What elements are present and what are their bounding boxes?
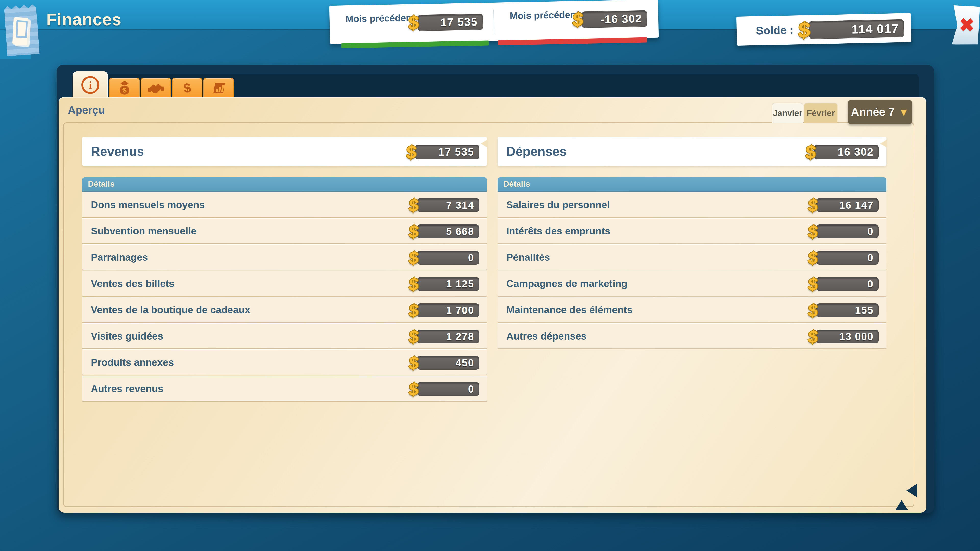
previous-month-income-pill: $ 17 535	[417, 14, 483, 31]
close-icon: ✖	[959, 14, 975, 36]
currency-icon: $	[408, 248, 419, 268]
balance-value: 114 017	[851, 20, 899, 38]
previous-month-expense-value: -16 302	[600, 11, 642, 27]
year-dropdown[interactable]: Année 7 ▼	[848, 100, 912, 124]
finances-ticket-icon	[4, 3, 40, 56]
currency-icon: $	[408, 221, 419, 241]
header-notch	[481, 140, 487, 148]
row-value-pill: $ 1 700	[417, 303, 479, 317]
table-row: Campagnes de marketing $ 0	[498, 271, 886, 296]
currency-icon: $	[408, 326, 419, 346]
month-tab-label: Février	[807, 108, 835, 118]
previous-month-income-value: 17 535	[440, 14, 478, 30]
previous-month-expense: Mois précédent $ -16 302	[494, 0, 659, 41]
row-value-pill: $ 0	[816, 224, 879, 238]
balance-pill: $ 114 017	[809, 19, 904, 39]
dollar-icon: $	[183, 80, 192, 96]
expenses-details-header: Détails	[498, 177, 886, 191]
month-tab-janvier[interactable]: Janvier	[772, 103, 803, 123]
currency-icon: $	[808, 274, 818, 294]
tab-statistics[interactable]	[204, 78, 234, 98]
currency-icon: $	[408, 11, 420, 34]
table-row: Produits annexes $ 450	[82, 349, 487, 375]
cursor-notch-up	[895, 500, 908, 510]
table-row: Dons mensuels moyens $ 7 314	[82, 192, 487, 217]
table-row: Visites guidées $ 1 278	[82, 323, 487, 348]
row-value-pill: $ 16 147	[816, 198, 879, 212]
tab-loans[interactable]: $	[172, 78, 202, 98]
currency-icon: $	[572, 8, 584, 30]
table-row: Salaires du personnel $ 16 147	[498, 192, 886, 217]
row-value-pill: $ 0	[816, 251, 879, 265]
previous-month-income-label: Mois précédent	[345, 12, 415, 24]
previous-month-panel: Mois précédent $ 17 535 Mois précédent $…	[329, 0, 659, 44]
magazine-icon	[12, 17, 29, 45]
row-value-pill: $ 1 125	[417, 277, 479, 291]
currency-icon: $	[408, 300, 419, 320]
row-value-pill: $ 0	[417, 251, 479, 265]
currency-icon: $	[408, 353, 419, 373]
row-value-pill: $ 450	[417, 356, 479, 370]
tab-sponsorships[interactable]	[141, 78, 171, 98]
currency-icon: $	[808, 195, 818, 215]
table-row: Ventes des billets $ 1 125	[82, 271, 487, 296]
month-tab-fevrier[interactable]: Février	[804, 103, 837, 123]
currency-icon: $	[808, 221, 818, 241]
currency-icon: $	[406, 141, 417, 162]
cursor-notch-left	[907, 484, 917, 497]
table-row: Intérêts des emprunts $ 0	[498, 218, 886, 243]
currency-icon: $	[808, 326, 818, 346]
expenses-rows: Salaires du personnel $ 16 147 Intérêts …	[498, 192, 886, 349]
tab-overview[interactable]: i	[73, 71, 108, 98]
currency-icon: $	[408, 274, 419, 294]
finances-screen: Finances Mois précédent $ 17 535 Mois pr…	[0, 0, 980, 551]
handshake-icon	[142, 78, 170, 98]
table-row: Parrainages $ 0	[82, 245, 487, 270]
currency-icon: $	[408, 195, 419, 215]
expenses-total-value: 16 302	[838, 145, 873, 159]
revenues-rows: Dons mensuels moyens $ 7 314 Subvention …	[82, 192, 487, 402]
row-value-pill: $ 5 668	[417, 224, 479, 238]
previous-month-expense-pill: $ -16 302	[582, 10, 647, 28]
revenues-total-value: 17 535	[438, 145, 474, 159]
balance-panel: Solde : $ 114 017	[736, 13, 912, 46]
section-title: Aperçu	[68, 104, 105, 116]
balance-label: Solde :	[756, 16, 794, 45]
revenues-total-pill: $ 17 535	[415, 144, 479, 159]
table-row: Pénalités $ 0	[498, 245, 886, 270]
previous-month-expense-label: Mois précédent	[510, 9, 579, 21]
overview-panel: Aperçu Janvier Février Année 7 ▼ Revenus…	[59, 97, 926, 513]
table-row: Subvention mensuelle $ 5 668	[82, 218, 487, 243]
row-value-pill: $ 155	[816, 303, 879, 317]
previous-month-income: Mois précédent $ 17 535	[329, 3, 495, 44]
expenses-title: Dépenses	[506, 137, 566, 166]
table-row: Maintenance des éléments $ 155	[498, 297, 886, 322]
page-title: Finances	[46, 10, 121, 29]
revenues-details-header: Détails	[82, 177, 487, 191]
table-row: Ventes de la boutique de cadeaux $ 1 700	[82, 297, 487, 322]
currency-icon: $	[798, 17, 811, 43]
row-value-pill: $ 0	[417, 382, 479, 396]
bar-chart-icon	[204, 78, 233, 98]
row-value-pill: $ 7 314	[417, 198, 479, 212]
money-bag-icon: $	[110, 78, 139, 98]
currency-icon: $	[805, 141, 817, 162]
year-dropdown-label: Année 7	[851, 106, 895, 118]
revenues-title: Revenus	[91, 137, 144, 166]
month-tab-label: Janvier	[773, 108, 802, 118]
row-value-pill: $ 1 278	[417, 330, 479, 343]
header-notch	[880, 140, 887, 148]
expenses-header: Dépenses $ 16 302	[498, 137, 886, 166]
expenses-total-pill: $ 16 302	[815, 144, 879, 159]
row-value-pill: $ 0	[816, 277, 879, 291]
currency-icon: $	[808, 248, 818, 268]
info-icon: i	[81, 76, 99, 94]
table-row: Autres dépenses $ 13 000	[498, 323, 886, 348]
tab-donations[interactable]: $	[109, 78, 140, 98]
revenues-header: Revenus $ 17 535	[82, 137, 487, 166]
chevron-down-icon: ▼	[899, 106, 909, 118]
currency-icon: $	[808, 300, 818, 320]
table-row: Autres revenus $ 0	[82, 376, 487, 401]
row-value-pill: $ 13 000	[816, 330, 879, 343]
currency-icon: $	[408, 379, 419, 399]
